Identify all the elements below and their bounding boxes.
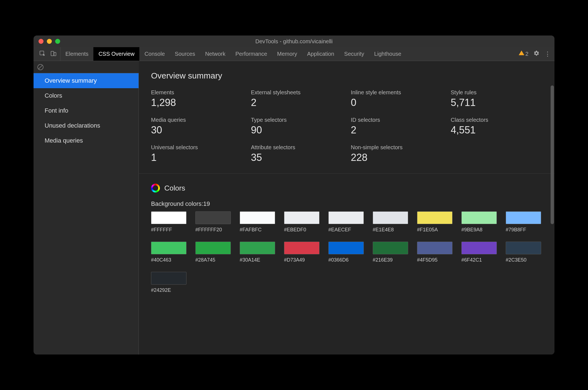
tab-css-overview[interactable]: CSS Overview bbox=[93, 47, 139, 61]
sidebar-item-overview-summary[interactable]: Overview summary bbox=[34, 73, 139, 88]
swatch-label: #9BE9A8 bbox=[461, 227, 497, 233]
stat-type-selectors: Type selectors90 bbox=[251, 117, 343, 136]
sidebar-item-media-queries[interactable]: Media queries bbox=[34, 133, 139, 148]
tab-network[interactable]: Network bbox=[200, 47, 230, 61]
stat-value: 228 bbox=[351, 152, 443, 163]
swatch-box bbox=[240, 211, 275, 224]
sidebar: Overview summaryColorsFont infoUnused de… bbox=[34, 73, 139, 354]
swatch-label: #40C463 bbox=[151, 257, 186, 263]
close-window-button[interactable] bbox=[39, 39, 44, 44]
color-swatch[interactable]: #4F5D95 bbox=[417, 242, 452, 263]
section-heading: Overview summary bbox=[151, 71, 542, 80]
stat-value: 1,298 bbox=[151, 97, 243, 108]
tab-lighthouse[interactable]: Lighthouse bbox=[369, 47, 406, 61]
stat-label: Media queries bbox=[151, 117, 243, 123]
color-swatch[interactable]: #2C3E50 bbox=[506, 242, 541, 263]
tab-console[interactable]: Console bbox=[139, 47, 170, 61]
stat-universal-selectors: Universal selectors1 bbox=[151, 144, 243, 163]
swatch-box bbox=[506, 242, 541, 254]
stat-attribute-selectors: Attribute selectors35 bbox=[251, 144, 343, 163]
swatch-label: #0366D6 bbox=[328, 257, 364, 263]
stat-label: Style rules bbox=[451, 89, 543, 96]
stat-value: 2 bbox=[251, 97, 343, 108]
inspect-element-icon[interactable] bbox=[39, 50, 46, 58]
swatch-grid: #FFFFFF#FFFFFF20#FAFBFC#EBEDF0#EAECEF#E1… bbox=[151, 211, 542, 293]
background-colors-label: Background colors:19 bbox=[151, 200, 542, 207]
maximize-window-button[interactable] bbox=[55, 39, 60, 44]
stat-label: ID selectors bbox=[351, 117, 443, 123]
swatch-label: #30A14E bbox=[240, 257, 275, 263]
swatch-box bbox=[284, 211, 319, 224]
swatch-box bbox=[240, 242, 275, 254]
tab-elements[interactable]: Elements bbox=[60, 47, 93, 61]
color-swatch[interactable]: #FAFBFC bbox=[240, 211, 275, 233]
stat-grid: Elements1,298External stylesheets2Inline… bbox=[151, 89, 542, 163]
stat-media-queries: Media queries30 bbox=[151, 117, 243, 136]
more-options-icon[interactable]: ⋮ bbox=[544, 50, 550, 58]
color-swatch[interactable]: #9BE9A8 bbox=[461, 211, 497, 233]
swatch-box bbox=[417, 211, 452, 224]
device-toolbar-icon[interactable] bbox=[50, 50, 57, 58]
swatch-label: #6F42C1 bbox=[461, 257, 497, 263]
stat-label: Non-simple selectors bbox=[351, 144, 443, 151]
stat-style-rules: Style rules5,711 bbox=[451, 89, 543, 108]
tab-memory[interactable]: Memory bbox=[272, 47, 302, 61]
color-swatch[interactable]: #D73A49 bbox=[284, 242, 319, 263]
swatch-label: #28A745 bbox=[195, 257, 231, 263]
tab-security[interactable]: Security bbox=[339, 47, 369, 61]
swatch-label: #E1E4E8 bbox=[373, 227, 408, 233]
swatch-box bbox=[151, 211, 186, 224]
titlebar: DevTools - github.com/vicainelli bbox=[34, 36, 554, 47]
overview-summary-section: Overview summary Elements1,298External s… bbox=[139, 61, 554, 174]
swatch-label: #FFFFFF bbox=[151, 227, 186, 233]
stat-value: 4,551 bbox=[451, 124, 543, 136]
swatch-box bbox=[417, 242, 452, 254]
stat-external-stylesheets: External stylesheets2 bbox=[251, 89, 343, 108]
color-swatch[interactable]: #28A745 bbox=[195, 242, 231, 263]
sidebar-item-font-info[interactable]: Font info bbox=[34, 103, 139, 118]
swatch-box bbox=[373, 211, 408, 224]
vertical-scrollbar[interactable] bbox=[551, 85, 554, 224]
toolbar-icons bbox=[36, 47, 60, 61]
minimize-window-button[interactable] bbox=[47, 39, 52, 44]
traffic-lights bbox=[39, 39, 60, 44]
sidebar-item-unused-declarations[interactable]: Unused declarations bbox=[34, 118, 139, 133]
color-swatch[interactable]: #E1E4E8 bbox=[373, 211, 408, 233]
sidebar-item-colors[interactable]: Colors bbox=[34, 88, 139, 103]
swatch-box bbox=[373, 242, 408, 254]
tab-performance[interactable]: Performance bbox=[231, 47, 272, 61]
swatch-box bbox=[328, 211, 364, 224]
color-swatch[interactable]: #79B8FF bbox=[506, 211, 541, 233]
color-swatch[interactable]: #30A14E bbox=[240, 242, 275, 263]
colors-heading: Colors bbox=[164, 184, 185, 193]
issues-badge[interactable]: 2 bbox=[519, 51, 528, 57]
color-swatch[interactable]: #FFFFFF bbox=[151, 211, 186, 233]
swatch-box bbox=[151, 272, 186, 285]
devtools-window: DevTools - github.com/vicainelli Element… bbox=[34, 36, 554, 354]
settings-icon[interactable] bbox=[533, 50, 540, 58]
color-swatch[interactable]: #40C463 bbox=[151, 242, 186, 263]
tab-sources[interactable]: Sources bbox=[170, 47, 200, 61]
swatch-label: #4F5D95 bbox=[417, 257, 452, 263]
stat-id-selectors: ID selectors2 bbox=[351, 117, 443, 136]
warning-icon bbox=[519, 50, 524, 55]
swatch-box bbox=[195, 211, 231, 224]
tab-application[interactable]: Application bbox=[302, 47, 339, 61]
color-swatch[interactable]: #0366D6 bbox=[328, 242, 364, 263]
sidebar-toolbar bbox=[34, 61, 139, 73]
color-swatch[interactable]: #24292E bbox=[151, 272, 186, 293]
clear-overview-icon[interactable] bbox=[37, 64, 44, 70]
color-swatch[interactable]: #216E39 bbox=[373, 242, 408, 263]
color-swatch[interactable]: #F1E05A bbox=[417, 211, 452, 233]
color-swatch[interactable]: #6F42C1 bbox=[461, 242, 497, 263]
color-swatch[interactable]: #EBEDF0 bbox=[284, 211, 319, 233]
stat-value: 35 bbox=[251, 152, 343, 163]
content-area: Overview summaryColorsFont infoUnused de… bbox=[34, 61, 554, 354]
color-swatch[interactable]: #EAECEF bbox=[328, 211, 364, 233]
stat-label: Universal selectors bbox=[151, 144, 243, 151]
color-swatch[interactable]: #FFFFFF20 bbox=[195, 211, 231, 233]
stat-label: Class selectors bbox=[451, 117, 543, 123]
swatch-label: #FFFFFF20 bbox=[195, 227, 231, 233]
stat-label: Inline style elements bbox=[351, 89, 443, 96]
swatch-box bbox=[461, 211, 497, 224]
